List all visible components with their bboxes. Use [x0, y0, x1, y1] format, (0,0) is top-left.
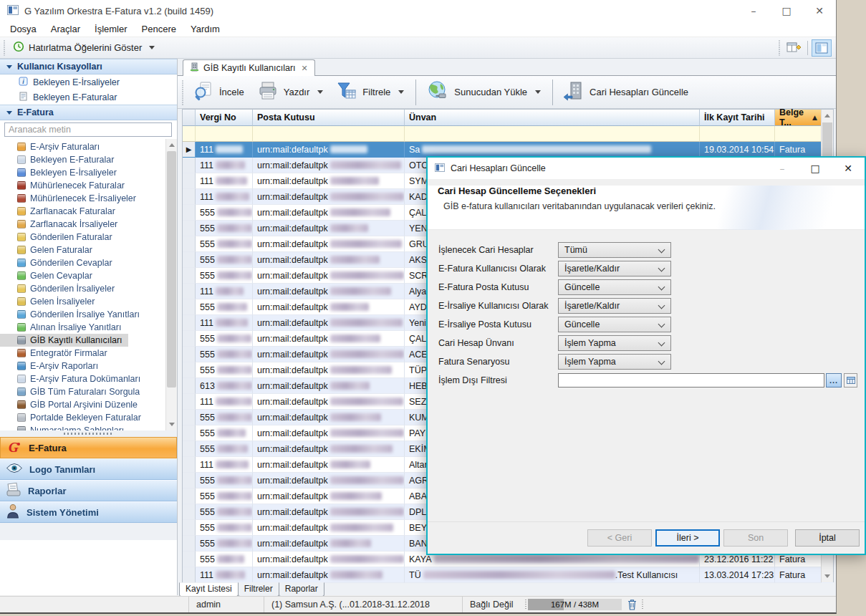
dialog-button-i-ptal[interactable]: İptal [795, 529, 860, 547]
combo-i-şlenecek-cari-hesaplar[interactable]: Tümü [558, 242, 671, 258]
status-company[interactable]: (1) Samsun A.Ş. (...01.2018-31.12.2018 [264, 597, 462, 612]
column-header-posta-kutusu[interactable]: Posta Kutusu [253, 110, 405, 126]
filter-cell-belge-t[interactable] [775, 126, 822, 142]
combo-e-i-rsaliye-kullanıcısı-olarak[interactable]: İşaretle/Kaldır [558, 298, 671, 314]
tree-item-e-arşiv-fatura-dokümanları[interactable]: E-Arşiv Fatura Dokümanları [0, 372, 165, 385]
toolbar-drag-handle-right[interactable] [777, 40, 781, 56]
window-layout-icon[interactable] [784, 39, 804, 57]
view-tab-filtreler[interactable]: Filtreler [238, 582, 279, 597]
scroll-up-icon[interactable] [824, 114, 830, 117]
input-i-şlem-dışı-filtresi[interactable] [558, 373, 824, 388]
toolbar-button-yazdır[interactable]: Yazdır [251, 77, 331, 107]
dialog-button-i-leri[interactable]: İleri > [655, 529, 720, 547]
scroll-up-icon[interactable] [169, 143, 175, 147]
chevron-down-icon[interactable] [658, 358, 665, 365]
toolbar-button-sunucudan-yükle[interactable]: Sunucudan Yükle [420, 77, 548, 107]
scroll-down-icon[interactable] [169, 423, 175, 426]
tree-item-alınan-i-rsaliye-yanıtları[interactable]: Alınan İrsaliye Yanıtları [0, 321, 165, 334]
column-header-ünvan[interactable]: Ünvan [405, 110, 700, 126]
menu-item-araçlar[interactable]: Araçlar [44, 22, 87, 36]
nav-button-raporlar[interactable]: Raporlar [0, 480, 177, 501]
tree-item-gönderilen-i-rsaliyeler[interactable]: Gönderilen İrsaliyeler [0, 282, 165, 295]
filter-cell-ünvan[interactable] [405, 126, 700, 142]
tree-item-gönderilen-cevaplar[interactable]: Gönderilen Cevaplar [0, 256, 165, 269]
toolbar-button-filtrele[interactable]: Filtrele [330, 77, 411, 107]
menu-item-yardım[interactable]: Yardım [183, 22, 227, 36]
tree-item-gönderilen-faturalar[interactable]: Gönderilen Faturalar [0, 231, 165, 244]
menu-item-dosya[interactable]: Dosya [3, 22, 44, 36]
menu-item-pencere[interactable]: Pencere [135, 22, 183, 36]
dialog-close-button[interactable]: ✕ [832, 158, 865, 179]
table-row[interactable]: 111urn:mail:defaultpkTÜ.Test Kullanıcısı… [183, 567, 833, 583]
nav-button-logo-tanımları[interactable]: Logo Tanımları [0, 458, 177, 480]
chevron-down-icon[interactable] [658, 340, 665, 347]
column-header-vergi-no[interactable]: Vergi No [196, 110, 253, 126]
trash-icon[interactable] [627, 599, 637, 612]
chevron-down-icon[interactable] [658, 265, 665, 272]
toolbar-button-cari-hesapları-güncelle[interactable]: Cari Hesapları Güncelle [557, 77, 696, 107]
scroll-down-icon[interactable] [824, 574, 830, 578]
toolbar-drag-handle[interactable] [181, 80, 184, 105]
tree-item-mühürlenecek-e-i-rsaliyeler[interactable]: Mühürlenecek E-İrsaliyeler [0, 192, 165, 205]
chevron-down-icon[interactable] [658, 321, 665, 328]
chevron-down-icon[interactable] [317, 90, 323, 94]
filter-cell-vergi-no[interactable] [196, 126, 253, 142]
column-header-i-lk-kayıt-tarihi[interactable]: İlk Kayıt Tarihi [700, 110, 775, 126]
chevron-down-icon[interactable] [658, 284, 665, 291]
toolbar-button-i-ncele[interactable]: İncele [187, 77, 251, 107]
tree-item-gi-b-portal-arşivini-düzenle[interactable]: GİB Portal Arşivini Düzenle [0, 398, 165, 411]
efatura-header[interactable]: E-Fatura [0, 105, 177, 120]
tree-item-bekleyen-e-faturalar[interactable]: Bekleyen E-Faturalar [0, 153, 165, 166]
tree-item-gi-b-kayıtlı-kullanıcıları[interactable]: GİB Kayıtlı Kullanıcıları [0, 334, 128, 347]
menu-item-i-şlemler[interactable]: İşlemler [87, 22, 135, 36]
combo-cari-hesap-ünvanı[interactable]: İşlem Yapma [558, 335, 671, 351]
chevron-down-icon[interactable] [398, 90, 404, 94]
view-tab-raporlar[interactable]: Raporlar [279, 582, 324, 597]
combo-e-i-rsaliye-posta-kutusu[interactable]: Güncelle [558, 317, 671, 332]
sidebar-splitter[interactable] [0, 430, 177, 437]
view-tab-kayıt-listesi[interactable]: Kayıt Listesi [179, 582, 239, 597]
tree-item-gelen-cevaplar[interactable]: Gelen Cevaplar [0, 269, 165, 282]
tree-item-portalde-bekleyen-faturalar[interactable]: Portalde Bekleyen Faturalar [0, 411, 165, 424]
filter-cell-i-lk-kayıt-tarihi[interactable] [700, 126, 775, 142]
show-reminders-button[interactable]: Hatırlatma Öğelerini Göster [9, 39, 159, 57]
filter-cell-posta-kutusu[interactable] [253, 126, 405, 142]
tree-item-e-arşiv-raporları[interactable]: E-Arşiv Raporları [0, 360, 165, 372]
chevron-down-icon[interactable] [658, 246, 665, 254]
shortcut-bekleyen-e-faturalar[interactable]: Bekleyen E-Faturalar [0, 90, 177, 105]
table-row[interactable]: ▶111urn:mail:defaultpkSa19.03.2014 10:54… [183, 142, 833, 158]
combo-e-fatura-posta-kutusu[interactable]: Güncelle [558, 279, 671, 295]
dialog-maximize-button[interactable]: □ [799, 158, 832, 179]
tree-item-gelen-i-rsaliyeler[interactable]: Gelen İrsaliyeler [0, 295, 165, 308]
tree-item-e-arşiv-faturaları[interactable]: E-Arşiv Faturaları [0, 140, 165, 153]
close-button[interactable]: ✕ [803, 0, 836, 21]
tree-scrollbar[interactable] [165, 139, 177, 430]
tree-item-mühürlenecek-faturalar[interactable]: Mühürlenecek Faturalar [0, 179, 165, 192]
column-header-belge-t[interactable]: Belge T...▲ [775, 110, 822, 126]
tab-gib-kayitli-kullanicilari[interactable]: GİB Kayıtlı Kullanıcıları ✕ [183, 59, 315, 76]
shortcut-bekleyen-e-i-rsaliyeler[interactable]: iBekleyen E-İrsaliyeler [0, 74, 177, 90]
filter-grid-button[interactable] [844, 373, 857, 388]
nav-button-sistem-yönetimi[interactable]: Sistem Yönetimi [0, 501, 177, 523]
maximize-button[interactable]: □ [770, 0, 803, 21]
tree-item-zarflanacak-faturalar[interactable]: Zarflanacak Faturalar [0, 205, 165, 218]
chevron-down-icon[interactable] [535, 90, 541, 94]
toolbar-drag-handle[interactable] [2, 40, 6, 56]
browse-button[interactable]: ... [826, 373, 842, 388]
tree-item-bekleyen-e-i-rsaliyeler[interactable]: Bekleyen E-İrsaliyeler [0, 166, 165, 179]
nav-button-e-fatura[interactable]: GE-Fatura [0, 437, 177, 458]
tab-close-icon[interactable]: ✕ [302, 64, 308, 73]
tree-item-gelen-faturalar[interactable]: Gelen Faturalar [0, 244, 165, 256]
tree-item-entegratör-firmalar[interactable]: Entegratör Firmalar [0, 347, 165, 360]
shortcuts-header[interactable]: Kullanıcı Kısayolları [0, 59, 177, 74]
scrollbar-thumb[interactable] [167, 151, 176, 388]
panel-layout-icon[interactable] [812, 39, 832, 57]
search-input[interactable] [4, 122, 172, 137]
tree-item-gi-b-tüm-faturaları-sorgula[interactable]: GİB Tüm Faturaları Sorgula [0, 385, 165, 398]
tree-item-numaralama-şablonları[interactable]: Numaralama Şablonları [0, 424, 165, 430]
combo-fatura-senaryosu[interactable]: İşlem Yapma [558, 354, 671, 370]
tree-item-zarflanacak-i-rsaliyeler[interactable]: Zarflanacak İrsaliyeler [0, 218, 165, 231]
minimize-button[interactable]: – [737, 0, 770, 21]
combo-e-fatura-kullanıcısı-olarak[interactable]: İşaretle/Kaldır [558, 261, 671, 276]
chevron-down-icon[interactable] [149, 46, 155, 49]
